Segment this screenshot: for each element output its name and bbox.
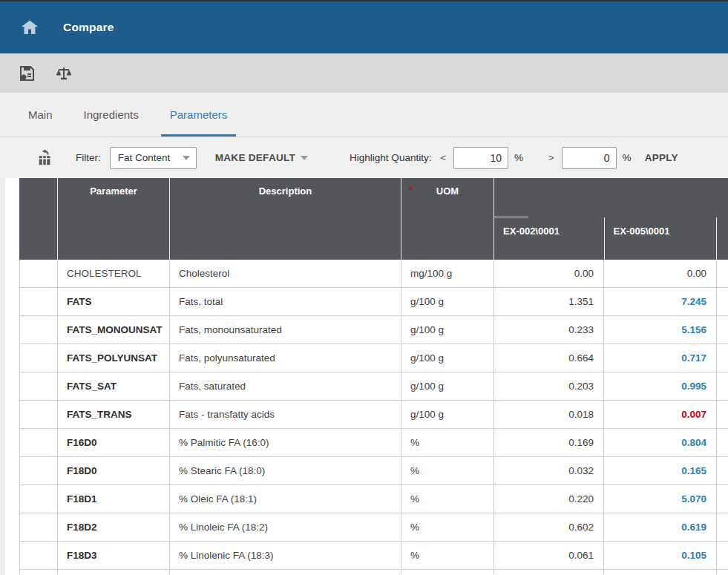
ex005-value: 0.619	[681, 522, 706, 533]
ex005-value-cell: 0.007	[603, 401, 716, 428]
description-cell: % Palmitic FA (16:0)	[169, 429, 401, 456]
parameter-value: F18D2	[67, 522, 97, 533]
row-selector-cell[interactable]	[19, 401, 57, 428]
parameter-cell: FATS_TRANS	[57, 401, 169, 428]
description-cell	[169, 570, 401, 574]
description-cell: Fats - transfatty acids	[169, 401, 401, 428]
ex002-value-cell	[493, 570, 603, 574]
sample-subheader-row: EX-002\0001 EX-005\0001	[494, 217, 728, 260]
ex002-value-cell: 0.203	[493, 372, 603, 400]
ex005-value-cell: 0.804	[603, 429, 716, 456]
apply-button[interactable]: APPLY	[645, 152, 678, 163]
parameter-value: FATS_SAT	[67, 381, 117, 392]
ex002-value-cell: 0.602	[493, 513, 603, 541]
row-selector-cell[interactable]	[19, 288, 57, 315]
tab-ingredients[interactable]: Ingredients	[75, 93, 148, 137]
ex002-value-cell: 0.00	[493, 260, 603, 287]
percent-label: %	[514, 152, 523, 163]
chevron-down-icon	[301, 156, 308, 160]
row-selector-cell[interactable]	[19, 429, 57, 456]
uom-cell: %	[401, 485, 493, 513]
parameter-value: FATS	[67, 296, 92, 307]
uom-cell: %	[401, 429, 493, 456]
row-selector-cell[interactable]	[19, 513, 57, 541]
parameter-cell: F16D0	[57, 429, 169, 456]
less-than-symbol: <	[440, 152, 446, 163]
ex005-value: 5.070	[681, 493, 706, 505]
sample-column-header-partial	[716, 217, 728, 260]
row-selector-cell[interactable]	[19, 372, 57, 400]
row-selector-cell[interactable]	[19, 260, 57, 287]
parameter-value: F18D1	[67, 493, 97, 505]
export-table-icon[interactable]	[37, 149, 53, 167]
toolbar	[0, 53, 728, 93]
ex005-value: 5.156	[681, 324, 706, 335]
partial-cell	[716, 542, 728, 569]
table-row: FATS_SAT Fats, saturated g/100 g 0.203 0…	[19, 372, 728, 401]
partial-cell	[716, 260, 728, 287]
ex005-value: 7.245	[681, 296, 706, 307]
description-cell: Fats, polyunsaturated	[169, 344, 401, 372]
ex002-value-cell: 0.220	[493, 485, 603, 513]
row-selector-cell[interactable]	[19, 344, 57, 372]
ex005-value-cell: 5.070	[603, 485, 716, 513]
uom-cell: g/100 g	[401, 288, 493, 315]
parameter-value: F18D3	[67, 550, 97, 561]
ex005-value-cell: 0.105	[603, 542, 716, 569]
highlight-greater-input[interactable]	[562, 147, 617, 169]
ex002-value-cell: 0.032	[493, 457, 603, 484]
parameter-cell: FATS_SAT	[57, 372, 169, 400]
row-selector-cell[interactable]	[19, 542, 57, 569]
filter-bar: Filter: Fat Content MAKE DEFAULT Highlig…	[0, 137, 728, 178]
ex005-value: 0.105	[681, 550, 706, 561]
ex005-value-cell: 7.245	[603, 288, 716, 315]
table-body: CHOLESTEROL Cholesterol mg/100 g 0.00 0.…	[19, 260, 728, 574]
table-row: F18D3 % Linolenic FA (18:3) % 0.061 0.10…	[19, 542, 728, 570]
uom-cell: mg/100 g	[401, 260, 493, 287]
row-selector-cell[interactable]	[19, 316, 57, 344]
description-cell: % Linolenic FA (18:3)	[169, 542, 401, 569]
uom-cell: g/100 g	[401, 344, 493, 372]
parameter-column-header: Parameter	[57, 178, 169, 260]
save-settings-icon[interactable]	[18, 65, 36, 82]
partial-cell	[716, 316, 728, 344]
ex005-value: 0.717	[681, 352, 706, 364]
tab-main[interactable]: Main	[19, 93, 62, 137]
sample-columns-group: EX-002\0001 EX-005\0001	[493, 178, 728, 260]
row-selector-cell	[19, 570, 57, 574]
description-cell: Cholesterol	[169, 260, 401, 287]
ex005-value-cell: 5.156	[603, 316, 716, 344]
ex005-value-cell: 0.619	[603, 513, 716, 541]
home-icon[interactable]	[20, 19, 39, 36]
compare-scales-icon[interactable]	[55, 65, 73, 82]
description-column-header: Description	[169, 178, 401, 260]
parameters-table: Parameter Description * UOM EX-002\0001 …	[19, 178, 728, 574]
filter-dropdown[interactable]: Fat Content	[110, 147, 197, 169]
partial-cell	[716, 457, 728, 484]
parameter-cell: F18D3	[57, 542, 169, 569]
table-row-partial	[19, 570, 728, 574]
ex002-value-cell: 0.169	[493, 429, 603, 456]
filter-dropdown-value: Fat Content	[118, 152, 183, 163]
parameter-cell: FATS_POLYUNSAT	[57, 344, 169, 372]
description-cell: Fats, total	[169, 288, 401, 315]
percent-label: %	[623, 152, 632, 163]
app-bar: Compare	[0, 1, 728, 53]
ex005-value-cell	[603, 570, 716, 574]
table-row: F18D1 % Oleic FA (18:1) % 0.220 5.070	[19, 485, 728, 513]
description-cell: % Oleic FA (18:1)	[169, 485, 401, 513]
parameter-value: FATS_POLYUNSAT	[67, 352, 157, 364]
partial-cell	[716, 288, 728, 315]
description-cell: Fats, saturated	[169, 372, 401, 400]
highlight-less-input[interactable]	[453, 147, 508, 169]
row-selector-cell[interactable]	[19, 485, 57, 513]
parameter-cell: FATS_MONOUNSAT	[57, 316, 169, 344]
parameter-value: F18D0	[67, 465, 97, 476]
ex005-value: 0.995	[681, 381, 706, 392]
make-default-button[interactable]: MAKE DEFAULT	[215, 152, 308, 163]
row-selector-cell[interactable]	[19, 457, 57, 484]
table-row: CHOLESTEROL Cholesterol mg/100 g 0.00 0.…	[19, 260, 728, 288]
tab-parameters[interactable]: Parameters	[161, 93, 237, 137]
partial-cell	[716, 429, 728, 456]
ex002-value-cell: 0.061	[493, 542, 603, 569]
